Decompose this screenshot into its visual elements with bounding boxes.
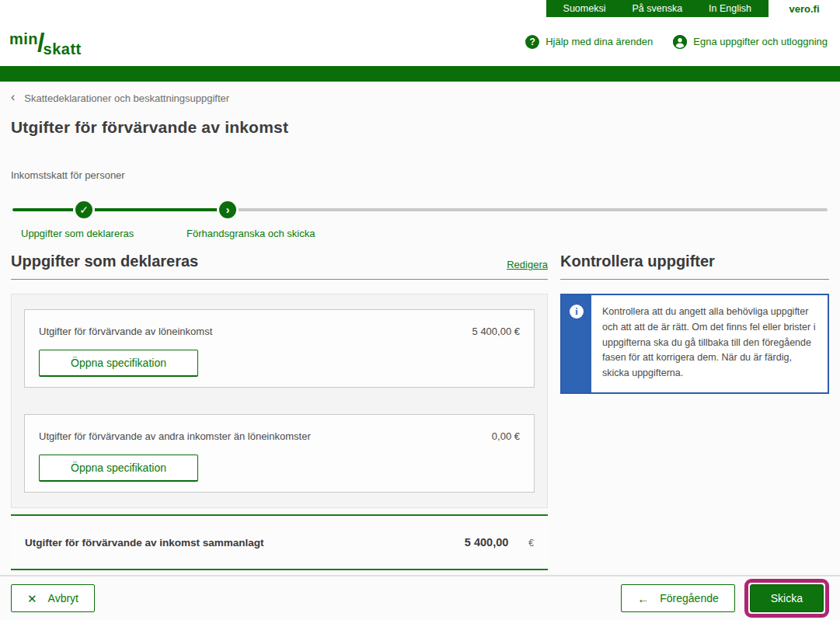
edit-link[interactable]: Redigera bbox=[507, 259, 548, 270]
header-links: ? Hjälp med dina ärenden Egna uppgifter … bbox=[525, 35, 828, 49]
expense-row: Utgifter för förvärvande av löneinkomst … bbox=[39, 326, 520, 337]
previous-button-label: Föregående bbox=[660, 592, 719, 604]
arrow-left-icon: ← bbox=[637, 593, 649, 604]
declared-info-column: Uppgifter som deklareras Redigera Utgift… bbox=[11, 253, 548, 570]
check-info-column: Kontrollera uppgifter i Kontrollera att … bbox=[560, 253, 829, 570]
open-specification-button-2[interactable]: Öppna specifikation bbox=[39, 455, 198, 482]
info-box: i Kontrollera att du angett alla behövli… bbox=[560, 294, 829, 394]
header: min/skatt ? Hjälp med dina ärenden Egna … bbox=[0, 17, 840, 66]
page-title: Utgifter för förvärvande av inkomst bbox=[11, 118, 829, 137]
lang-english-link[interactable]: In English bbox=[709, 3, 751, 14]
logo-text-skatt: skatt bbox=[44, 40, 82, 57]
expense-value: 0,00 € bbox=[492, 430, 520, 442]
step-1-label[interactable]: Uppgifter som deklareras bbox=[21, 228, 134, 239]
expense-card-wage-income: Utgifter för förvärvande av löneinkomst … bbox=[24, 309, 535, 388]
back-chevron-icon: ‹ bbox=[11, 91, 15, 103]
total-currency: € bbox=[528, 538, 534, 549]
help-icon: ? bbox=[525, 35, 539, 49]
two-column-layout: Uppgifter som deklareras Redigera Utgift… bbox=[11, 253, 829, 570]
user-icon bbox=[673, 35, 687, 49]
stepper-track-remaining bbox=[228, 208, 828, 211]
chevron-right-icon: › bbox=[226, 204, 230, 215]
step-1-circle-completed[interactable]: ✓ bbox=[73, 199, 95, 221]
step-2-circle-current[interactable]: › bbox=[217, 199, 239, 221]
language-strip: Suomeksi På svenska In English bbox=[546, 0, 769, 17]
expense-value: 5 400,00 € bbox=[472, 326, 520, 337]
submit-highlight-ring: Skicka bbox=[744, 579, 829, 618]
open-specification-button-1[interactable]: Öppna specifikation bbox=[39, 350, 198, 377]
account-link-label: Egna uppgifter och utloggning bbox=[693, 36, 828, 47]
lang-swedish-link[interactable]: På svenska bbox=[632, 3, 682, 14]
check-icon: ✓ bbox=[79, 204, 89, 215]
lang-finnish-link[interactable]: Suomeksi bbox=[563, 3, 606, 14]
total-row: Utgifter för förvärvande av inkomst samm… bbox=[11, 514, 548, 570]
check-info-section-head: Kontrollera uppgifter bbox=[560, 253, 829, 280]
stepper-track-completed bbox=[12, 208, 228, 211]
breadcrumb-back-link[interactable]: Skattedeklarationer och beskattningsuppg… bbox=[24, 92, 229, 104]
info-box-stripe: i bbox=[562, 295, 591, 392]
close-icon: ✕ bbox=[27, 593, 37, 604]
expense-row: Utgifter för förvärvande av andra inkoms… bbox=[39, 430, 520, 442]
info-box-text: Kontrollera att du angett alla behövliga… bbox=[591, 295, 828, 392]
total-value: 5 400,00 bbox=[465, 536, 508, 549]
declared-items-panel: Utgifter för förvärvande av löneinkomst … bbox=[11, 294, 548, 508]
total-amount-group: 5 400,00 € bbox=[465, 536, 534, 549]
vero-fi-link[interactable]: vero.fi bbox=[769, 0, 840, 17]
declared-info-section-head: Uppgifter som deklareras Redigera bbox=[11, 253, 548, 280]
expense-card-other-income: Utgifter för förvärvande av andra inkoms… bbox=[24, 414, 535, 493]
minskatt-logo[interactable]: min/skatt bbox=[9, 29, 82, 55]
logo-text-min: min bbox=[9, 30, 38, 47]
cancel-button[interactable]: ✕ Avbryt bbox=[11, 584, 95, 612]
progress-stepper: ✓ › Uppgifter som deklareras Förhandsgra… bbox=[11, 200, 829, 251]
account-link[interactable]: Egna uppgifter och utloggning bbox=[673, 35, 828, 49]
page-subtitle: Inkomstskatt för personer bbox=[11, 169, 829, 181]
previous-button[interactable]: ← Föregående bbox=[621, 584, 735, 612]
check-info-title: Kontrollera uppgifter bbox=[560, 253, 715, 270]
help-link[interactable]: ? Hjälp med dina ärenden bbox=[525, 35, 653, 49]
green-accent-band bbox=[0, 66, 840, 82]
info-icon: i bbox=[570, 305, 584, 319]
expense-label: Utgifter för förvärvande av löneinkomst bbox=[39, 326, 212, 337]
expense-label: Utgifter för förvärvande av andra inkoms… bbox=[39, 430, 311, 442]
footer-action-bar: ✕ Avbryt ← Föregående Skicka bbox=[11, 576, 829, 620]
submit-button[interactable]: Skicka bbox=[750, 584, 824, 612]
declared-info-title: Uppgifter som deklareras bbox=[11, 253, 198, 270]
main-content: ‹ Skattedeklarationer och beskattningsup… bbox=[0, 82, 840, 620]
help-link-label: Hjälp med dina ärenden bbox=[545, 36, 653, 47]
footer-right-group: ← Föregående Skicka bbox=[621, 579, 829, 618]
language-bar: Suomeksi På svenska In English vero.fi bbox=[0, 0, 840, 17]
step-2-label[interactable]: Förhandsgranska och skicka bbox=[186, 228, 315, 239]
total-label: Utgifter för förvärvande av inkomst samm… bbox=[25, 537, 264, 549]
breadcrumb: ‹ Skattedeklarationer och beskattningsup… bbox=[11, 82, 829, 104]
cancel-button-label: Avbryt bbox=[48, 592, 78, 604]
